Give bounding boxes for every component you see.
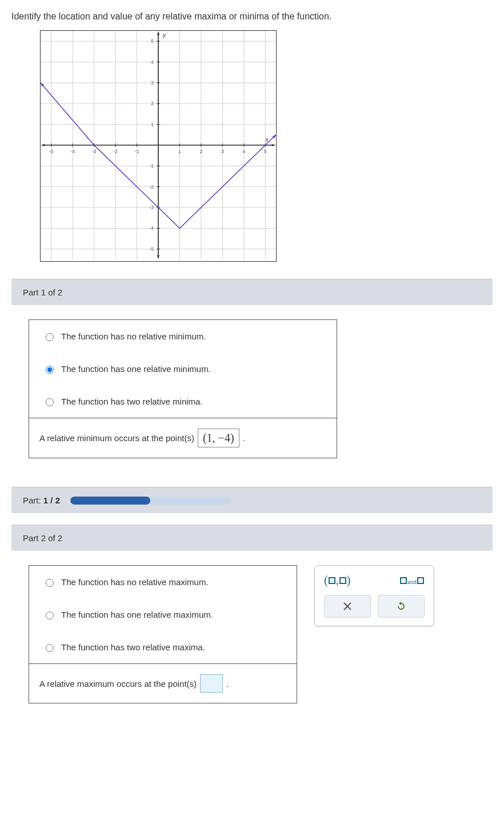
progress-label: Part: 1 / 2 [23,495,60,505]
part1-radio-2[interactable] [46,398,54,406]
part2-option-0-label: The function has no relative maximum. [61,577,209,587]
part2-answer-prefix: A relative maximum occurs at the point(s… [39,679,197,689]
svg-text:-3: -3 [92,149,97,154]
part1-option-group: The function has no relative minimum. Th… [29,319,337,458]
part2-option-1-label: The function has one relative maximum. [61,610,213,619]
svg-text:-5: -5 [149,246,154,252]
part1-option-2-label: The function has two relative minima. [61,397,203,406]
progress-bar [70,497,230,505]
part1-option-0[interactable]: The function has no relative minimum. [29,320,337,353]
part1-option-1[interactable]: The function has one relative minimum. [29,353,337,385]
svg-text:2: 2 [151,101,154,106]
tool-ordered-pair[interactable]: (,) [324,574,350,587]
svg-text:x: x [265,137,269,143]
part2-answer-input[interactable] [200,674,223,693]
svg-text:-1: -1 [149,163,154,169]
progress-label-prefix: Part: [23,495,43,505]
svg-marker-29 [157,255,160,259]
part2-option-group: The function has no relative maximum. Th… [29,565,297,703]
svg-text:5: 5 [151,38,154,44]
svg-marker-25 [42,144,45,147]
undo-icon [396,601,406,611]
part2-radio-2[interactable] [46,644,54,652]
part2-answer-row: A relative maximum occurs at the point(s… [29,663,297,703]
svg-text:-2: -2 [149,184,154,190]
reset-button[interactable] [378,595,425,618]
progress-row: Part: 1 / 2 [11,487,493,513]
part2-header: Part 2 of 2 [11,525,493,551]
close-icon [343,602,352,611]
part1-option-1-label: The function has one relative minimum. [61,364,211,374]
part2-option-1[interactable]: The function has one relative maximum. [29,598,297,631]
part1-answer-prefix: A relative minimum occurs at the point(s… [39,433,194,443]
part2-body: The function has no relative maximum. Th… [11,551,493,721]
part1-answer-row: A relative minimum occurs at the point(s… [29,418,337,458]
tool-panel: (,) and [314,565,434,626]
part1-option-0-label: The function has no relative minimum. [61,331,206,341]
part1-answer-value: (1, −4) [203,431,234,445]
svg-text:-4: -4 [70,149,75,154]
svg-text:y: y [162,32,166,38]
svg-marker-76 [399,602,401,605]
svg-text:4: 4 [242,149,245,154]
svg-text:5: 5 [264,149,267,154]
svg-text:-4: -4 [149,225,154,231]
clear-button[interactable] [324,595,371,618]
tool-and-label: and [407,578,417,585]
part1-radio-1[interactable] [46,366,54,374]
progress-bar-fill [70,497,150,505]
svg-text:3: 3 [221,149,224,154]
svg-text:3: 3 [151,80,154,86]
svg-text:4: 4 [151,59,154,65]
graph-plot: -5-4-3-2-112345-5-4-3-2-112345 y x [40,30,277,262]
part1-answer-suffix: . [243,433,245,443]
svg-text:-2: -2 [113,149,118,154]
svg-text:-3: -3 [149,205,154,210]
part2-answer-suffix: . [226,679,229,689]
part2-option-0[interactable]: The function has no relative maximum. [29,566,297,598]
part2-radio-0[interactable] [46,579,54,587]
part2-option-2[interactable]: The function has two relative maxima. [29,631,297,663]
question-text: Identify the location and value of any r… [11,11,493,22]
svg-text:-1: -1 [135,149,139,154]
part1-header: Part 1 of 2 [11,279,493,305]
svg-text:2: 2 [199,149,202,154]
svg-text:1: 1 [178,149,181,154]
part1-answer-input[interactable]: (1, −4) [198,429,239,447]
part2-radio-1[interactable] [46,611,54,619]
part1-option-2[interactable]: The function has two relative minima. [29,385,337,418]
svg-text:-5: -5 [49,149,54,154]
part1-radio-0[interactable] [46,333,54,341]
part2-option-2-label: The function has two relative maxima. [61,642,205,652]
part1-body: The function has no relative minimum. Th… [11,305,493,475]
tool-and[interactable]: and [399,574,425,587]
svg-text:1: 1 [151,122,154,127]
progress-label-value: 1 / 2 [43,495,60,505]
